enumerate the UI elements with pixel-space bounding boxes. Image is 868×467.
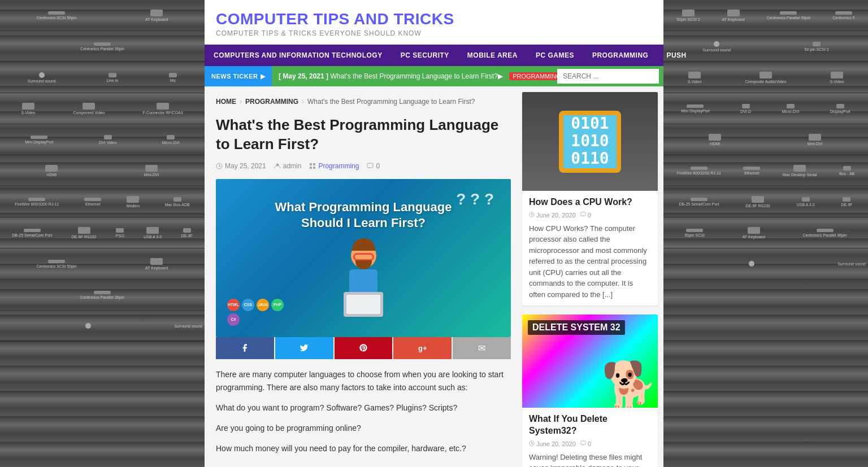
- featured-image-title: What Programming Language Should I Learn…: [275, 199, 452, 232]
- ticker-label: NEWS TICKER ▶: [205, 66, 272, 86]
- nav-item-mobile[interactable]: MOBILE AREA: [458, 45, 527, 66]
- breadcrumb-home[interactable]: HOME: [216, 98, 236, 106]
- search-input[interactable]: [557, 69, 659, 84]
- article-para-1: There are many computer languages to cho…: [216, 368, 511, 395]
- article-para-2: What do you want to program? Software? G…: [216, 401, 511, 415]
- article-comments: 0: [367, 162, 380, 170]
- svg-rect-12: [581, 212, 585, 216]
- delete-system32-image: DELETE SYSTEM 32 🐕: [522, 315, 658, 408]
- nav-item-computers[interactable]: COMPUTERS AND INFORMATION TECHNOLOGY: [205, 45, 392, 66]
- nav-item-security[interactable]: PC SECURITY: [392, 45, 458, 66]
- svg-rect-16: [581, 441, 585, 445]
- sidebar-card-meta: June 20, 2020 0: [529, 212, 651, 219]
- sidebar-card-date: June 20, 2020: [529, 212, 576, 219]
- main-navigation: COMPUTERS AND INFORMATION TECHNOLOGY PC …: [205, 45, 663, 66]
- svg-rect-8: [367, 163, 373, 168]
- article-title: What's the Best Programming Language to …: [216, 116, 511, 154]
- cpu-chip-text: 010110100110: [571, 115, 609, 167]
- featured-image: What Programming Language Should I Learn…: [216, 179, 511, 337]
- language-bubbles: HTML CSS JAVA PHP C#: [227, 299, 295, 326]
- question-marks: ? ? ?: [456, 190, 494, 208]
- sidebar-card-text-2: Warning! Deleting these files might caus…: [529, 452, 651, 467]
- svg-rect-7: [313, 167, 315, 169]
- dog-emoji-icon: 🐕: [601, 363, 658, 408]
- article-para-3: Are you going to be programming online?: [216, 422, 511, 435]
- sidebar-card-system32: DELETE SYSTEM 32 🐕 What If You Delete Sy…: [522, 315, 658, 467]
- sidebar-card-comments: 0: [580, 212, 591, 219]
- svg-rect-4: [310, 163, 312, 165]
- cpu-chip: 010110100110: [559, 111, 621, 173]
- breadcrumb: HOME › PROGRAMMING › What's the Best Pro…: [216, 98, 511, 106]
- breadcrumb-section[interactable]: PROGRAMMING: [245, 98, 298, 106]
- programmer-beard: [355, 260, 372, 269]
- share-bar: g+ ✉: [216, 337, 511, 359]
- svg-line-15: [532, 443, 533, 444]
- sidebar-card-date-2: June 20, 2020: [529, 440, 576, 447]
- svg-rect-6: [310, 167, 312, 169]
- sidebar-card-comments-2: 0: [580, 440, 591, 447]
- cpu-image: 010110100110: [522, 92, 658, 191]
- breadcrumb-sep2: ›: [302, 98, 304, 106]
- site-title[interactable]: COMPUTER TIPS AND TRICKS: [216, 10, 652, 28]
- share-googleplus-button[interactable]: g+: [393, 337, 452, 359]
- center-column: COMPUTER TIPS AND TRICKS COMPUTER TIPS &…: [205, 0, 663, 467]
- page-body: HOME › PROGRAMMING › What's the Best Pro…: [205, 86, 663, 467]
- programmer-figure: [344, 243, 383, 317]
- article-author: admin: [274, 162, 302, 170]
- sidebar-card-cpu: 010110100110 How Does a CPU Work? June 2…: [522, 92, 658, 305]
- lang-bubble-css: CSS: [242, 299, 254, 311]
- share-pinterest-button[interactable]: [335, 337, 393, 359]
- article-category: Programming: [309, 162, 359, 170]
- breadcrumb-current: What's the Best Programming Language to …: [307, 98, 475, 106]
- ticker-content: [ May 25, 2021 ] What's the Best Program…: [272, 72, 557, 80]
- programmer-laptop: [344, 292, 383, 317]
- site-subtitle: COMPUTER TIPS & TRICKS EVERYONE SHOULD K…: [216, 29, 652, 37]
- lang-bubble-html: HTML: [227, 299, 240, 311]
- site-header: COMPUTER TIPS AND TRICKS COMPUTER TIPS &…: [205, 0, 663, 45]
- share-facebook-button[interactable]: [216, 337, 274, 359]
- sidebar-card-title-2[interactable]: What If You Delete System32?: [529, 413, 651, 437]
- main-wrapper: COMPUTER TIPS AND TRICKS COMPUTER TIPS &…: [0, 0, 868, 467]
- sidebar-card-body-2: What If You Delete System32? June 20, 20…: [522, 408, 658, 467]
- svg-line-2: [219, 166, 220, 167]
- programmer-body: [349, 269, 377, 292]
- article-body: There are many computer languages to cho…: [216, 368, 511, 456]
- lang-bubble-cs: C#: [227, 313, 240, 326]
- svg-line-11: [532, 215, 533, 215]
- content-main: HOME › PROGRAMMING › What's the Best Pro…: [205, 86, 522, 467]
- article-para-4: How much money will you need to pay for …: [216, 442, 511, 456]
- sidebar-card-title[interactable]: How Does a CPU Work?: [529, 197, 651, 208]
- programmer-glasses: [353, 253, 374, 261]
- article-date: May 25, 2021: [216, 162, 266, 170]
- sidebar: 010110100110 How Does a CPU Work? June 2…: [522, 86, 663, 467]
- programmer-head: [351, 243, 376, 268]
- share-twitter-button[interactable]: [275, 337, 333, 359]
- sidebar-card-body: How Does a CPU Work? June 20, 2020 0: [522, 191, 658, 305]
- breadcrumb-sep: ›: [240, 98, 242, 106]
- lang-bubble-java: JAVA: [257, 299, 269, 311]
- email-icon: ✉: [478, 343, 485, 353]
- nav-item-programming[interactable]: PROGRAMMING: [583, 45, 658, 66]
- nav-item-push[interactable]: PUSH: [657, 45, 695, 66]
- sidebar-card-text: How CPU Works? The computer processor al…: [529, 223, 651, 300]
- delete-system32-text: DELETE SYSTEM 32: [528, 320, 625, 335]
- article-meta: May 25, 2021 admin Programming 0: [216, 162, 511, 170]
- lang-bubble-php: PHP: [271, 299, 284, 311]
- share-email-button[interactable]: ✉: [453, 337, 511, 359]
- sidebar-card-meta-2: June 20, 2020 0: [529, 440, 651, 447]
- nav-item-games[interactable]: PC GAMES: [527, 45, 583, 66]
- programmer-hair: [352, 238, 375, 251]
- programmer-screen: [346, 295, 380, 314]
- svg-rect-5: [313, 163, 315, 165]
- ticker-bar: NEWS TICKER ▶ [ May 25, 2021 ] What's th…: [205, 66, 663, 86]
- ticker-arrow-icon: ▶: [261, 73, 266, 80]
- googleplus-icon: g+: [418, 344, 427, 352]
